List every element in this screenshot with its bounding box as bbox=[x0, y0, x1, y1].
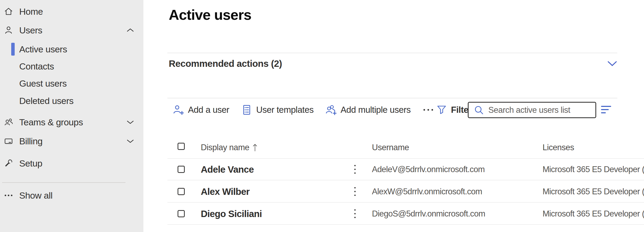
toolbar-button-label: Add multiple users bbox=[341, 105, 411, 115]
table-header: Display name Username Licenses bbox=[143, 137, 644, 158]
table-row[interactable]: Alex Wilber AlexW@5drrlv.onmicrosoft.com… bbox=[143, 180, 644, 203]
add-user-icon bbox=[172, 104, 184, 116]
sort-lines-icon[interactable] bbox=[601, 106, 613, 115]
sidebar-item-guest-users[interactable]: Guest users bbox=[0, 75, 143, 92]
filter-button[interactable]: Filter bbox=[436, 102, 472, 118]
cell-username: DiegoS@5drrlv.onmicrosoft.com bbox=[372, 203, 485, 225]
sidebar-item-label: Setup bbox=[19, 158, 42, 169]
credit-card-icon bbox=[3, 136, 14, 146]
user-templates-button[interactable]: User templates bbox=[241, 104, 314, 116]
page-title: Active users bbox=[169, 6, 251, 23]
sidebar: Home Users Active users Contacts Guest u… bbox=[0, 0, 143, 232]
chevron-up-icon[interactable] bbox=[126, 28, 134, 33]
column-header-label: Display name bbox=[201, 137, 249, 158]
divider bbox=[167, 98, 617, 98]
wrench-icon bbox=[3, 158, 14, 168]
divider bbox=[167, 53, 617, 53]
sidebar-item-label: Home bbox=[19, 6, 43, 17]
sort-ascending-icon bbox=[252, 143, 258, 152]
user-icon bbox=[3, 25, 14, 35]
chevron-down-icon[interactable] bbox=[606, 58, 619, 69]
add-multiple-users-button[interactable]: Add multiple users bbox=[325, 104, 411, 116]
sidebar-item-teams-groups[interactable]: Teams & groups bbox=[0, 113, 143, 132]
recommended-actions-header[interactable]: Recommended actions (2) bbox=[169, 58, 282, 69]
add-user-button[interactable]: Add a user bbox=[172, 104, 229, 116]
cell-display-name[interactable]: Diego Siciliani bbox=[201, 203, 262, 225]
select-all-checkbox[interactable] bbox=[178, 143, 185, 150]
cell-licenses: Microsoft 365 E5 Developer (withou bbox=[543, 180, 644, 203]
sidebar-item-users[interactable]: Users bbox=[0, 21, 143, 40]
search-box bbox=[468, 102, 596, 118]
sidebar-item-label: Contacts bbox=[19, 61, 54, 72]
sidebar-item-label: Users bbox=[19, 25, 42, 36]
more-icon[interactable] bbox=[422, 109, 435, 111]
search-input[interactable] bbox=[488, 103, 595, 117]
sidebar-item-setup[interactable]: Setup bbox=[0, 154, 143, 173]
sidebar-item-label: Active users bbox=[19, 44, 67, 55]
toolbar-button-label: Add a user bbox=[188, 105, 229, 115]
table-row[interactable]: Adele Vance AdeleV@5drrlv.onmicrosoft.co… bbox=[143, 158, 644, 180]
row-checkbox[interactable] bbox=[178, 166, 185, 173]
sidebar-item-label: Deleted users bbox=[19, 96, 73, 106]
sidebar-item-home[interactable]: Home bbox=[0, 2, 143, 21]
cell-licenses: Microsoft 365 E5 Developer (withou bbox=[543, 158, 644, 180]
selected-indicator bbox=[11, 43, 15, 56]
table-row[interactable]: Diego Siciliani DiegoS@5drrlv.onmicrosof… bbox=[143, 203, 644, 225]
app-window: Home Users Active users Contacts Guest u… bbox=[0, 0, 644, 232]
main-content: Active users Recommended actions (2) Add… bbox=[143, 0, 644, 232]
column-header-username[interactable]: Username bbox=[372, 137, 409, 158]
sidebar-item-show-all[interactable]: Show all bbox=[0, 186, 143, 205]
sidebar-item-deleted-users[interactable]: Deleted users bbox=[0, 92, 143, 109]
sidebar-item-billing[interactable]: Billing bbox=[0, 132, 143, 150]
row-more-icon[interactable] bbox=[350, 180, 360, 203]
cell-username: AdeleV@5drrlv.onmicrosoft.com bbox=[372, 158, 485, 180]
row-more-icon[interactable] bbox=[350, 158, 360, 180]
cell-display-name[interactable]: Alex Wilber bbox=[201, 180, 250, 203]
search-icon bbox=[473, 105, 485, 116]
home-icon bbox=[3, 6, 14, 17]
sidebar-item-label: Guest users bbox=[19, 78, 67, 89]
add-multiple-users-icon bbox=[325, 104, 337, 116]
user-templates-icon bbox=[241, 104, 253, 116]
row-checkbox[interactable] bbox=[178, 188, 185, 195]
column-header-licenses[interactable]: Licenses bbox=[543, 137, 574, 158]
sidebar-item-active-users[interactable]: Active users bbox=[0, 41, 143, 58]
chevron-down-icon[interactable] bbox=[126, 119, 134, 125]
sidebar-item-contacts[interactable]: Contacts bbox=[0, 58, 143, 75]
cell-licenses: Microsoft 365 E5 Developer (withou bbox=[543, 203, 644, 225]
people-icon bbox=[3, 117, 14, 127]
column-header-display-name[interactable]: Display name bbox=[201, 137, 258, 158]
sidebar-divider bbox=[2, 182, 125, 183]
sidebar-item-label: Billing bbox=[19, 136, 42, 146]
toolbar: Add a user User templates Add multiple u… bbox=[172, 102, 435, 118]
cell-username: AlexW@5drrlv.onmicrosoft.com bbox=[372, 180, 482, 203]
sidebar-item-label: Show all bbox=[19, 190, 53, 201]
ellipsis-icon bbox=[3, 190, 14, 200]
toolbar-button-label: User templates bbox=[256, 105, 314, 115]
sidebar-item-label: Teams & groups bbox=[19, 117, 83, 127]
chevron-down-icon[interactable] bbox=[126, 138, 134, 144]
cell-display-name[interactable]: Adele Vance bbox=[201, 158, 254, 180]
row-checkbox[interactable] bbox=[178, 210, 185, 217]
filter-icon bbox=[436, 104, 447, 115]
row-more-icon[interactable] bbox=[350, 203, 360, 225]
